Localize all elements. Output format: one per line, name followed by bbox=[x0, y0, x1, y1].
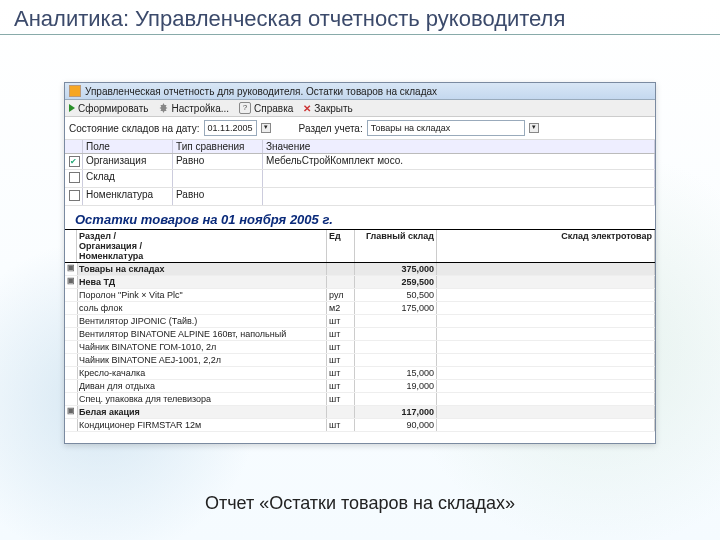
row-unit: шт bbox=[327, 367, 355, 379]
row-main: 375,000 bbox=[355, 263, 437, 275]
filter-grid-header: Поле Тип сравнения Значение bbox=[65, 140, 655, 154]
report-body: ▣Товары на складах375,000▣Нева ТД259,500… bbox=[65, 263, 655, 432]
row-electro bbox=[437, 341, 655, 353]
row-name: Спец. упаковка для телевизора bbox=[77, 393, 327, 405]
report-col-unit: Ед bbox=[327, 230, 355, 262]
row-name: Нева ТД bbox=[77, 276, 327, 288]
filter-field: Склад bbox=[83, 170, 173, 187]
row-main: 15,000 bbox=[355, 367, 437, 379]
date-dropdown-icon[interactable]: ▾ bbox=[261, 123, 271, 133]
row-unit: шт bbox=[327, 328, 355, 340]
close-icon: ✕ bbox=[303, 103, 311, 114]
date-label: Состояние складов на дату: bbox=[69, 123, 200, 134]
row-main bbox=[355, 341, 437, 353]
play-icon bbox=[69, 104, 75, 112]
row-name: Поролон "Pink × Vita Plc" bbox=[77, 289, 327, 301]
table-row: ▣Товары на складах375,000 bbox=[65, 263, 655, 276]
row-electro bbox=[437, 380, 655, 392]
row-electro bbox=[437, 263, 655, 275]
report-col-main: Главный склад bbox=[355, 230, 437, 262]
table-row: соль флокм2175,000 bbox=[65, 302, 655, 315]
table-row: Кондиционер FIRMSTAR 12мшт90,000 bbox=[65, 419, 655, 432]
row-electro bbox=[437, 367, 655, 379]
filter-col-check bbox=[65, 140, 83, 153]
table-row: Кресло-качалкашт15,000 bbox=[65, 367, 655, 380]
row-unit: шт bbox=[327, 315, 355, 327]
filter-checkbox[interactable] bbox=[69, 172, 80, 183]
filter-col-cmp: Тип сравнения bbox=[173, 140, 263, 153]
table-row: ▣Белая акация117,000 bbox=[65, 406, 655, 419]
row-electro bbox=[437, 393, 655, 405]
settings-button[interactable]: Настройка... bbox=[159, 103, 230, 114]
report-header: Раздел / Организация / Номенклатура Ед Г… bbox=[65, 229, 655, 263]
close-button[interactable]: ✕ Закрыть bbox=[303, 103, 353, 114]
help-icon: ? bbox=[239, 102, 251, 114]
section-dropdown-icon[interactable]: ▾ bbox=[529, 123, 539, 133]
section-input[interactable]: Товары на складах bbox=[367, 120, 525, 136]
report-title: Остатки товаров на 01 ноября 2005 г. bbox=[65, 206, 655, 229]
toolbar: Сформировать Настройка... ? Справка ✕ За… bbox=[65, 100, 655, 117]
row-electro bbox=[437, 276, 655, 288]
row-unit bbox=[327, 276, 355, 288]
row-unit: шт bbox=[327, 380, 355, 392]
table-row: ▣Нева ТД259,500 bbox=[65, 276, 655, 289]
row-unit: м2 bbox=[327, 302, 355, 314]
row-electro bbox=[437, 328, 655, 340]
row-unit bbox=[327, 263, 355, 275]
window-title: Управленческая отчетность для руководите… bbox=[85, 86, 437, 97]
filter-checkbox[interactable] bbox=[69, 156, 80, 167]
filter-grid-body: ОрганизацияРавноМебельСтройКомплект мосо… bbox=[65, 154, 655, 206]
row-name: Вентилятор BINATONE ALPINE 160вт, наполь… bbox=[77, 328, 327, 340]
settings-label: Настройка... bbox=[172, 103, 230, 114]
filter-val bbox=[263, 188, 655, 205]
table-row: Вентилятор JIPONIC (Тайв.)шт bbox=[65, 315, 655, 328]
row-electro bbox=[437, 302, 655, 314]
row-name: Вентилятор JIPONIC (Тайв.) bbox=[77, 315, 327, 327]
filter-cmp: Равно bbox=[173, 154, 263, 169]
help-button[interactable]: ? Справка bbox=[239, 102, 293, 114]
date-input[interactable]: 01.11.2005 bbox=[204, 120, 257, 136]
gear-icon bbox=[159, 103, 169, 113]
row-main bbox=[355, 315, 437, 327]
filter-checkbox[interactable] bbox=[69, 190, 80, 201]
row-name: Чайник BINATONE AEJ-1001, 2,2л bbox=[77, 354, 327, 366]
filter-row[interactable]: ОрганизацияРавноМебельСтройКомплект мосо… bbox=[65, 154, 655, 170]
filter-col-field: Поле bbox=[83, 140, 173, 153]
row-main bbox=[355, 354, 437, 366]
help-label: Справка bbox=[254, 103, 293, 114]
table-row: Спец. упаковка для телевизорашт bbox=[65, 393, 655, 406]
table-row: Вентилятор BINATONE ALPINE 160вт, наполь… bbox=[65, 328, 655, 341]
row-unit bbox=[327, 406, 355, 418]
row-electro bbox=[437, 354, 655, 366]
app-icon bbox=[69, 85, 81, 97]
filter-row[interactable]: НоменклатураРавно bbox=[65, 188, 655, 206]
row-unit: рул bbox=[327, 289, 355, 301]
filter-field: Номенклатура bbox=[83, 188, 173, 205]
filter-field: Организация bbox=[83, 154, 173, 169]
row-unit: шт bbox=[327, 341, 355, 353]
table-row: Диван для отдыхашт19,000 bbox=[65, 380, 655, 393]
row-main bbox=[355, 393, 437, 405]
filter-bar: Состояние складов на дату: 01.11.2005 ▾ … bbox=[65, 117, 655, 140]
row-main: 175,000 bbox=[355, 302, 437, 314]
row-electro bbox=[437, 315, 655, 327]
filter-val: МебельСтройКомплект мосо. bbox=[263, 154, 655, 169]
row-main bbox=[355, 328, 437, 340]
row-name: Белая акация bbox=[77, 406, 327, 418]
row-electro bbox=[437, 289, 655, 301]
slide-title: Аналитика: Управленческая отчетность рук… bbox=[0, 0, 720, 35]
row-unit: шт bbox=[327, 393, 355, 405]
row-main: 259,500 bbox=[355, 276, 437, 288]
filter-row[interactable]: Склад bbox=[65, 170, 655, 188]
run-button[interactable]: Сформировать bbox=[69, 103, 149, 114]
filter-cmp: Равно bbox=[173, 188, 263, 205]
row-electro bbox=[437, 406, 655, 418]
row-name: Кресло-качалка bbox=[77, 367, 327, 379]
row-name: Диван для отдыха bbox=[77, 380, 327, 392]
row-main: 117,000 bbox=[355, 406, 437, 418]
filter-val bbox=[263, 170, 655, 187]
row-unit: шт bbox=[327, 354, 355, 366]
table-row: Чайник BINATONE AEJ-1001, 2,2лшт bbox=[65, 354, 655, 367]
row-electro bbox=[437, 419, 655, 431]
row-main: 90,000 bbox=[355, 419, 437, 431]
